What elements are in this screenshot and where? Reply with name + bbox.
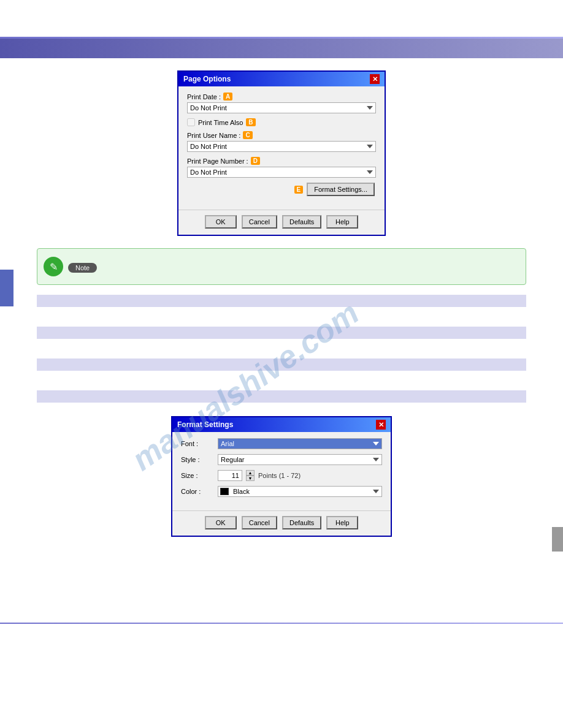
format-help-button[interactable]: Help xyxy=(326,516,358,529)
page-options-cancel-button[interactable]: Cancel xyxy=(242,215,277,229)
style-label: Style : xyxy=(181,456,218,463)
font-control: ArialTimes New RomanCourier NewVerdana xyxy=(218,438,382,449)
content-row-4 xyxy=(37,390,526,403)
size-input[interactable] xyxy=(218,470,242,481)
print-date-select[interactable]: Do Not PrintTop LeftTop CenterTop RightB… xyxy=(187,102,376,113)
content-row-2 xyxy=(37,327,526,339)
page-options-dialog: Page Options ✕ Print Date : A Do Not Pri… xyxy=(177,70,386,236)
page-options-ok-button[interactable]: OK xyxy=(205,215,237,229)
bottom-spacer xyxy=(37,549,526,598)
print-username-row: Print User Name : C Do Not PrintTop Left… xyxy=(187,131,376,152)
size-up-button[interactable]: ▲ xyxy=(246,470,255,476)
format-settings-badge: E xyxy=(294,186,304,194)
note-box: ✎ Note xyxy=(37,248,526,285)
main-content: Page Options ✕ Print Date : A Do Not Pri… xyxy=(0,58,563,610)
style-control: RegularBoldItalicBold Italic xyxy=(218,454,382,465)
print-time-checkbox[interactable] xyxy=(187,118,195,126)
size-spinners: ▲ ▼ xyxy=(246,470,255,481)
font-row: Font : ArialTimes New RomanCourier NewVe… xyxy=(181,438,382,449)
print-date-label: Print Date : A xyxy=(187,93,376,100)
format-settings-button[interactable]: Format Settings... xyxy=(307,183,375,196)
color-label: Color : xyxy=(181,488,218,495)
format-cancel-button[interactable]: Cancel xyxy=(242,516,277,529)
size-down-button[interactable]: ▼ xyxy=(246,476,255,481)
format-settings-row: E Format Settings... xyxy=(187,183,376,196)
format-settings-buttons: OK Cancel Defaults Help xyxy=(172,510,391,536)
page-options-buttons: OK Cancel Defaults Help xyxy=(178,210,385,235)
size-range-label: Points (1 - 72) xyxy=(258,472,301,479)
format-defaults-button[interactable]: Defaults xyxy=(282,516,321,529)
color-row: Color : BlackWhiteRedBlueGreen xyxy=(181,486,382,497)
page-options-title: Page Options xyxy=(183,75,231,83)
font-label: Font : xyxy=(181,440,218,447)
print-time-label: Print Time Also xyxy=(198,119,243,126)
print-page-number-select[interactable]: Do Not PrintTop LeftTop CenterTop Right xyxy=(187,167,376,178)
content-spacer-4 xyxy=(37,404,526,416)
content-spacer-3 xyxy=(37,372,526,390)
format-settings-dialog: Format Settings ✕ Font : ArialTimes New … xyxy=(171,416,392,537)
note-icon: ✎ xyxy=(44,257,63,276)
page-options-close-button[interactable]: ✕ xyxy=(370,74,380,84)
size-control: ▲ ▼ Points (1 - 72) xyxy=(218,470,382,481)
print-time-badge: B xyxy=(246,118,255,126)
color-control: BlackWhiteRedBlueGreen xyxy=(218,486,382,497)
font-select[interactable]: ArialTimes New RomanCourier NewVerdana xyxy=(218,438,382,449)
print-time-row: Print Time Also B xyxy=(187,118,376,126)
format-settings-titlebar: Format Settings ✕ xyxy=(172,417,391,432)
format-settings-title: Format Settings xyxy=(177,420,233,429)
style-row: Style : RegularBoldItalicBold Italic xyxy=(181,454,382,465)
print-page-number-row: Print Page Number : D Do Not PrintTop Le… xyxy=(187,157,376,178)
format-ok-button[interactable]: OK xyxy=(205,516,237,529)
content-row-3 xyxy=(37,358,526,371)
format-settings-body: Font : ArialTimes New RomanCourier NewVe… xyxy=(172,432,391,508)
content-row-1 xyxy=(37,295,526,307)
size-input-row: ▲ ▼ Points (1 - 72) xyxy=(218,470,382,481)
page-options-dialog-wrapper: Page Options ✕ Print Date : A Do Not Pri… xyxy=(37,70,526,236)
size-label: Size : xyxy=(181,472,218,479)
print-page-number-badge: D xyxy=(251,157,260,165)
content-spacer-2 xyxy=(37,340,526,358)
color-select[interactable]: BlackWhiteRedBlueGreen xyxy=(218,486,382,497)
print-username-label: Print User Name : C xyxy=(187,131,376,139)
style-select[interactable]: RegularBoldItalicBold Italic xyxy=(218,454,382,465)
page-options-body: Print Date : A Do Not PrintTop LeftTop C… xyxy=(178,86,385,207)
print-page-number-label: Print Page Number : D xyxy=(187,157,376,165)
bottom-link[interactable] xyxy=(0,624,563,634)
page-options-titlebar: Page Options ✕ xyxy=(178,72,385,86)
size-row: Size : ▲ ▼ Points (1 - 72) xyxy=(181,470,382,481)
format-settings-close-button[interactable]: ✕ xyxy=(376,420,386,430)
print-date-row: Print Date : A Do Not PrintTop LeftTop C… xyxy=(187,93,376,113)
page-options-defaults-button[interactable]: Defaults xyxy=(282,215,321,229)
print-username-badge: C xyxy=(243,131,252,139)
note-pill: Note xyxy=(68,263,97,273)
note-content: Note xyxy=(68,260,97,273)
content-spacer-1 xyxy=(37,308,526,327)
print-username-select[interactable]: Do Not PrintTop LeftTop CenterTop Right xyxy=(187,141,376,152)
format-settings-dialog-wrapper: Format Settings ✕ Font : ArialTimes New … xyxy=(37,416,526,537)
page-options-help-button[interactable]: Help xyxy=(326,215,358,229)
print-date-badge: A xyxy=(223,93,232,100)
header-bar xyxy=(0,39,563,58)
